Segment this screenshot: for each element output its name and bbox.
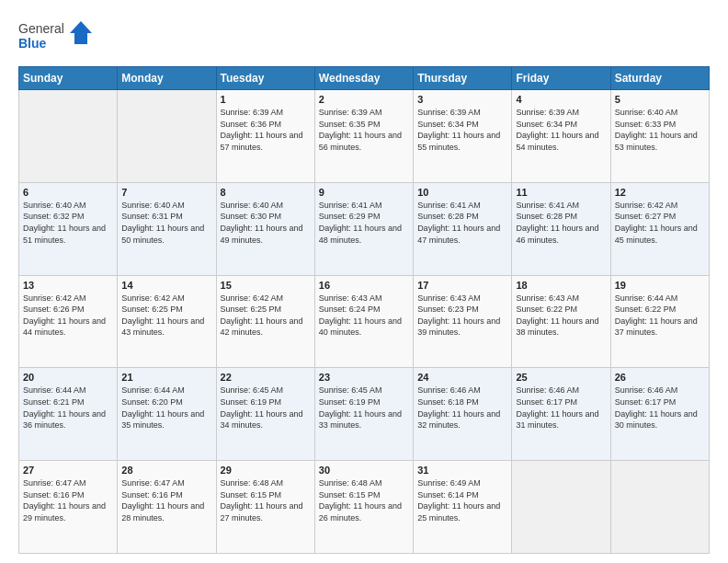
logo-svg: General Blue — [18, 17, 101, 53]
calendar-cell: 30Sunrise: 6:48 AMSunset: 6:15 PMDayligh… — [314, 461, 413, 554]
calendar-cell: 19Sunrise: 6:44 AMSunset: 6:22 PMDayligh… — [610, 275, 709, 368]
day-number: 23 — [319, 372, 409, 383]
day-number: 4 — [516, 94, 606, 105]
day-number: 5 — [615, 94, 705, 105]
day-info: Sunrise: 6:44 AMSunset: 6:22 PMDaylight:… — [615, 293, 705, 339]
day-info: Sunrise: 6:44 AMSunset: 6:21 PMDaylight:… — [23, 385, 113, 431]
day-number: 10 — [417, 187, 507, 198]
day-info: Sunrise: 6:40 AMSunset: 6:30 PMDaylight:… — [221, 200, 311, 246]
day-info: Sunrise: 6:48 AMSunset: 6:15 PMDaylight:… — [319, 477, 409, 523]
day-number: 16 — [319, 280, 409, 291]
day-number: 7 — [121, 187, 211, 198]
day-number: 31 — [417, 465, 507, 476]
calendar-header-row: SundayMondayTuesdayWednesdayThursdayFrid… — [19, 67, 710, 90]
calendar-cell: 5Sunrise: 6:40 AMSunset: 6:33 PMDaylight… — [610, 90, 709, 183]
day-info: Sunrise: 6:40 AMSunset: 6:32 PMDaylight:… — [23, 200, 113, 246]
day-number: 2 — [319, 94, 409, 105]
calendar-cell: 3Sunrise: 6:39 AMSunset: 6:34 PMDaylight… — [414, 90, 512, 183]
calendar-cell: 21Sunrise: 6:44 AMSunset: 6:20 PMDayligh… — [118, 368, 216, 461]
day-info: Sunrise: 6:39 AMSunset: 6:34 PMDaylight:… — [417, 107, 507, 153]
header: General Blue — [18, 17, 710, 57]
day-info: Sunrise: 6:43 AMSunset: 6:24 PMDaylight:… — [319, 293, 409, 339]
calendar-cell: 8Sunrise: 6:40 AMSunset: 6:30 PMDaylight… — [216, 182, 314, 275]
day-number: 1 — [221, 94, 311, 105]
calendar-cell: 12Sunrise: 6:42 AMSunset: 6:27 PMDayligh… — [610, 182, 709, 275]
day-number: 21 — [121, 372, 211, 383]
logo: General Blue — [18, 17, 101, 57]
day-number: 11 — [516, 187, 606, 198]
day-number: 24 — [417, 372, 507, 383]
day-info: Sunrise: 6:40 AMSunset: 6:33 PMDaylight:… — [615, 107, 705, 153]
day-number: 18 — [516, 280, 606, 291]
weekday-header: Saturday — [610, 67, 709, 90]
weekday-header: Thursday — [414, 67, 512, 90]
weekday-header: Wednesday — [314, 67, 413, 90]
calendar-cell: 26Sunrise: 6:46 AMSunset: 6:17 PMDayligh… — [610, 368, 709, 461]
day-info: Sunrise: 6:46 AMSunset: 6:17 PMDaylight:… — [615, 385, 705, 431]
day-info: Sunrise: 6:41 AMSunset: 6:28 PMDaylight:… — [516, 200, 606, 246]
day-number: 12 — [615, 187, 705, 198]
calendar: SundayMondayTuesdayWednesdayThursdayFrid… — [18, 66, 710, 554]
day-info: Sunrise: 6:45 AMSunset: 6:19 PMDaylight:… — [319, 385, 409, 431]
calendar-cell: 7Sunrise: 6:40 AMSunset: 6:31 PMDaylight… — [118, 182, 216, 275]
calendar-cell: 18Sunrise: 6:43 AMSunset: 6:22 PMDayligh… — [512, 275, 610, 368]
day-info: Sunrise: 6:47 AMSunset: 6:16 PMDaylight:… — [23, 477, 113, 523]
day-number: 22 — [221, 372, 311, 383]
calendar-cell: 16Sunrise: 6:43 AMSunset: 6:24 PMDayligh… — [314, 275, 413, 368]
day-number: 29 — [221, 465, 311, 476]
day-info: Sunrise: 6:39 AMSunset: 6:34 PMDaylight:… — [516, 107, 606, 153]
calendar-cell: 24Sunrise: 6:46 AMSunset: 6:18 PMDayligh… — [414, 368, 512, 461]
calendar-cell: 6Sunrise: 6:40 AMSunset: 6:32 PMDaylight… — [19, 182, 118, 275]
weekday-header: Friday — [512, 67, 610, 90]
day-number: 15 — [221, 280, 311, 291]
calendar-cell: 23Sunrise: 6:45 AMSunset: 6:19 PMDayligh… — [314, 368, 413, 461]
day-number: 20 — [23, 372, 113, 383]
day-info: Sunrise: 6:39 AMSunset: 6:35 PMDaylight:… — [319, 107, 409, 153]
calendar-cell: 22Sunrise: 6:45 AMSunset: 6:19 PMDayligh… — [216, 368, 314, 461]
svg-text:General: General — [18, 21, 64, 36]
svg-marker-2 — [70, 21, 92, 44]
day-number: 13 — [23, 280, 113, 291]
calendar-cell: 4Sunrise: 6:39 AMSunset: 6:34 PMDaylight… — [512, 90, 610, 183]
calendar-week-row: 1Sunrise: 6:39 AMSunset: 6:36 PMDaylight… — [19, 90, 710, 183]
day-number: 19 — [615, 280, 705, 291]
calendar-week-row: 13Sunrise: 6:42 AMSunset: 6:26 PMDayligh… — [19, 275, 710, 368]
day-number: 9 — [319, 187, 409, 198]
day-info: Sunrise: 6:45 AMSunset: 6:19 PMDaylight:… — [221, 385, 311, 431]
day-info: Sunrise: 6:41 AMSunset: 6:28 PMDaylight:… — [417, 200, 507, 246]
day-info: Sunrise: 6:42 AMSunset: 6:27 PMDaylight:… — [615, 200, 705, 246]
calendar-cell — [512, 461, 610, 554]
day-number: 28 — [121, 465, 211, 476]
calendar-cell — [118, 90, 216, 183]
day-info: Sunrise: 6:46 AMSunset: 6:18 PMDaylight:… — [417, 385, 507, 431]
calendar-week-row: 20Sunrise: 6:44 AMSunset: 6:21 PMDayligh… — [19, 368, 710, 461]
day-number: 17 — [417, 280, 507, 291]
day-number: 14 — [121, 280, 211, 291]
day-number: 26 — [615, 372, 705, 383]
day-number: 8 — [221, 187, 311, 198]
svg-text:Blue: Blue — [18, 36, 47, 51]
day-info: Sunrise: 6:42 AMSunset: 6:25 PMDaylight:… — [221, 293, 311, 339]
calendar-cell: 31Sunrise: 6:49 AMSunset: 6:14 PMDayligh… — [414, 461, 512, 554]
day-number: 3 — [417, 94, 507, 105]
day-info: Sunrise: 6:43 AMSunset: 6:23 PMDaylight:… — [417, 293, 507, 339]
day-info: Sunrise: 6:41 AMSunset: 6:29 PMDaylight:… — [319, 200, 409, 246]
calendar-cell: 2Sunrise: 6:39 AMSunset: 6:35 PMDaylight… — [314, 90, 413, 183]
weekday-header: Monday — [118, 67, 216, 90]
calendar-cell: 15Sunrise: 6:42 AMSunset: 6:25 PMDayligh… — [216, 275, 314, 368]
calendar-cell: 29Sunrise: 6:48 AMSunset: 6:15 PMDayligh… — [216, 461, 314, 554]
calendar-cell: 28Sunrise: 6:47 AMSunset: 6:16 PMDayligh… — [118, 461, 216, 554]
calendar-cell: 1Sunrise: 6:39 AMSunset: 6:36 PMDaylight… — [216, 90, 314, 183]
calendar-cell: 25Sunrise: 6:46 AMSunset: 6:17 PMDayligh… — [512, 368, 610, 461]
day-info: Sunrise: 6:47 AMSunset: 6:16 PMDaylight:… — [121, 477, 211, 523]
day-info: Sunrise: 6:42 AMSunset: 6:25 PMDaylight:… — [121, 293, 211, 339]
calendar-cell: 17Sunrise: 6:43 AMSunset: 6:23 PMDayligh… — [414, 275, 512, 368]
calendar-week-row: 27Sunrise: 6:47 AMSunset: 6:16 PMDayligh… — [19, 461, 710, 554]
day-info: Sunrise: 6:39 AMSunset: 6:36 PMDaylight:… — [221, 107, 311, 153]
calendar-cell: 9Sunrise: 6:41 AMSunset: 6:29 PMDaylight… — [314, 182, 413, 275]
calendar-cell: 27Sunrise: 6:47 AMSunset: 6:16 PMDayligh… — [19, 461, 118, 554]
calendar-cell: 20Sunrise: 6:44 AMSunset: 6:21 PMDayligh… — [19, 368, 118, 461]
day-number: 6 — [23, 187, 113, 198]
calendar-week-row: 6Sunrise: 6:40 AMSunset: 6:32 PMDaylight… — [19, 182, 710, 275]
calendar-cell: 14Sunrise: 6:42 AMSunset: 6:25 PMDayligh… — [118, 275, 216, 368]
